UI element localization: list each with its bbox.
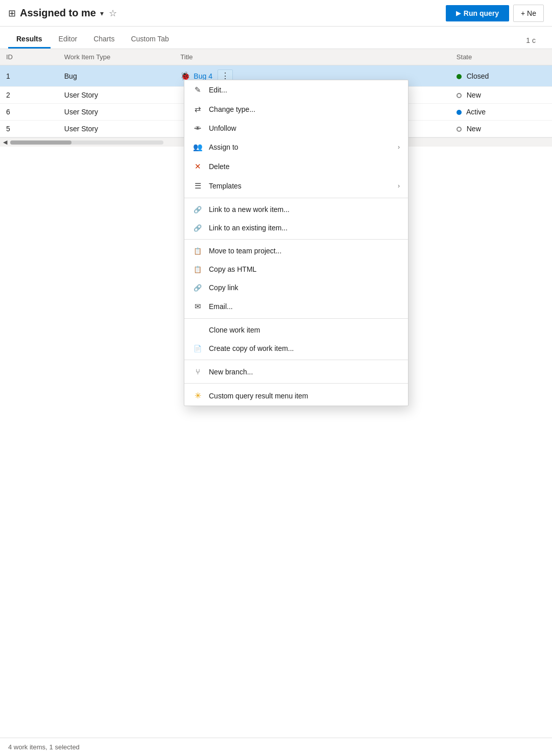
menu-clone-label: Clone work item xyxy=(209,326,400,334)
menu-item-clone[interactable]: Clone work item xyxy=(184,321,408,339)
state-dot-closed xyxy=(457,74,462,79)
menu-divider xyxy=(184,383,408,384)
footer-count: 4 work items, xyxy=(8,743,47,751)
play-icon: ▶ xyxy=(456,10,461,17)
state-label: Active xyxy=(466,108,486,116)
menu-item-link-existing[interactable]: 🔗 Link to an existing item... xyxy=(184,219,408,237)
col-header-title: Title xyxy=(174,49,450,65)
menu-delete-label: Delete xyxy=(209,162,400,171)
cell-type: User Story xyxy=(58,121,175,137)
menu-item-unfollow[interactable]: 👁 Unfollow xyxy=(184,119,408,137)
menu-link-existing-label: Link to an existing item... xyxy=(209,224,400,232)
state-dot-new xyxy=(457,127,462,132)
run-query-label: Run query xyxy=(464,9,499,17)
cell-state: Closed xyxy=(450,65,552,87)
cell-id: 1 xyxy=(0,65,58,87)
cell-id: 6 xyxy=(0,104,58,121)
cell-type: Bug xyxy=(58,65,175,87)
col-header-id: ID xyxy=(0,49,58,65)
tab-custom[interactable]: Custom Tab xyxy=(123,30,177,49)
cell-state: New xyxy=(450,121,552,137)
menu-item-copy-html[interactable]: 📋 Copy as HTML xyxy=(184,260,408,278)
cell-type: User Story xyxy=(58,87,175,104)
change-type-icon: ⇄ xyxy=(193,105,203,114)
tab-custom-label: Custom Tab xyxy=(131,35,169,43)
move-project-icon: 📋 xyxy=(193,247,203,255)
footer: 4 work items, 1 selected xyxy=(0,738,552,756)
state-dot-active xyxy=(457,110,462,115)
chevron-right-icon: › xyxy=(398,144,400,151)
cell-id: 5 xyxy=(0,121,58,137)
menu-divider xyxy=(184,239,408,240)
scroll-thumb[interactable] xyxy=(10,140,71,145)
menu-new-branch-label: New branch... xyxy=(209,368,400,376)
tab-editor[interactable]: Editor xyxy=(51,30,86,49)
new-button[interactable]: + Ne xyxy=(513,5,544,22)
menu-item-change-type[interactable]: ⇄ Change type... xyxy=(184,100,408,119)
menu-item-assign-to[interactable]: 👥 Assign to › xyxy=(184,137,408,157)
favorite-star-icon[interactable]: ☆ xyxy=(109,8,117,19)
menu-item-delete[interactable]: ✕ Delete xyxy=(184,157,408,176)
cell-type: User Story xyxy=(58,104,175,121)
run-query-button[interactable]: ▶ Run query xyxy=(446,5,509,21)
chevron-right-icon: › xyxy=(398,182,400,190)
email-icon: ✉ xyxy=(193,302,203,311)
copy-link-icon: 🔗 xyxy=(193,284,203,292)
menu-item-new-branch[interactable]: ⑂ New branch... xyxy=(184,362,408,381)
state-label: Closed xyxy=(467,72,489,80)
menu-item-templates[interactable]: ☰ Templates › xyxy=(184,176,408,196)
bug-link[interactable]: Bug 4 xyxy=(194,72,212,80)
unfollow-icon: 👁 xyxy=(193,125,203,132)
col-header-type: Work Item Type xyxy=(58,49,175,65)
menu-link-new-label: Link to a new work item... xyxy=(209,205,400,214)
menu-create-copy-label: Create copy of work item... xyxy=(209,344,400,352)
tab-charts[interactable]: Charts xyxy=(85,30,123,49)
menu-change-type-label: Change type... xyxy=(209,105,400,113)
link-new-icon: 🔗 xyxy=(193,206,203,214)
scroll-left-button[interactable]: ◀ xyxy=(0,139,10,146)
footer-selected: 1 selected xyxy=(50,743,80,751)
table-header-row: ID Work Item Type Title State xyxy=(0,49,552,65)
menu-item-create-copy[interactable]: 📄 Create copy of work item... xyxy=(184,339,408,358)
menu-item-edit[interactable]: ✎ Edit... xyxy=(184,80,408,100)
link-existing-icon: 🔗 xyxy=(193,224,203,232)
menu-copy-html-label: Copy as HTML xyxy=(209,265,400,273)
cell-state: New xyxy=(450,87,552,104)
tab-results[interactable]: Results xyxy=(8,30,51,49)
assign-to-icon: 👥 xyxy=(193,143,203,152)
menu-assign-to-label: Assign to xyxy=(209,143,392,151)
menu-divider xyxy=(184,198,408,198)
state-label: New xyxy=(467,125,481,133)
state-dot-new xyxy=(457,93,462,98)
menu-item-move-project[interactable]: 📋 Move to team project... xyxy=(184,242,408,260)
table-container: ID Work Item Type Title State 1 Bug 🐞 Bu… xyxy=(0,49,552,137)
menu-edit-label: Edit... xyxy=(209,86,400,94)
menu-item-email[interactable]: ✉ Email... xyxy=(184,297,408,316)
menu-copy-link-label: Copy link xyxy=(209,284,400,292)
menu-item-custom-query[interactable]: ✳ Custom query result menu item xyxy=(184,386,408,406)
copy-html-icon: 📋 xyxy=(193,266,203,273)
menu-divider xyxy=(184,360,408,360)
menu-move-project-label: Move to team project... xyxy=(209,247,400,255)
edit-icon: ✎ xyxy=(193,85,203,94)
custom-query-icon: ✳ xyxy=(193,391,203,400)
menu-item-link-new[interactable]: 🔗 Link to a new work item... xyxy=(184,200,408,219)
menu-email-label: Email... xyxy=(209,302,400,311)
new-button-label: + Ne xyxy=(521,9,536,17)
scroll-track xyxy=(10,140,163,145)
menu-unfollow-label: Unfollow xyxy=(209,124,400,132)
tabs-bar: Results Editor Charts Custom Tab 1 c xyxy=(0,27,552,49)
templates-icon: ☰ xyxy=(193,181,203,191)
tab-charts-label: Charts xyxy=(93,35,114,43)
menu-custom-query-label: Custom query result menu item xyxy=(209,392,400,400)
state-label: New xyxy=(467,91,481,99)
menu-divider xyxy=(184,318,408,319)
title-chevron-icon[interactable]: ▾ xyxy=(100,9,104,17)
tab-results-label: Results xyxy=(16,35,42,43)
menu-item-copy-link[interactable]: 🔗 Copy link xyxy=(184,278,408,297)
delete-icon: ✕ xyxy=(193,162,203,171)
tab-editor-label: Editor xyxy=(59,35,78,43)
col-header-state: State xyxy=(450,49,552,65)
header: ⊞ Assigned to me ▾ ☆ ▶ Run query + Ne xyxy=(0,0,552,27)
context-menu: ✎ Edit... ⇄ Change type... 👁 Unfollow 👥 … xyxy=(184,80,409,406)
